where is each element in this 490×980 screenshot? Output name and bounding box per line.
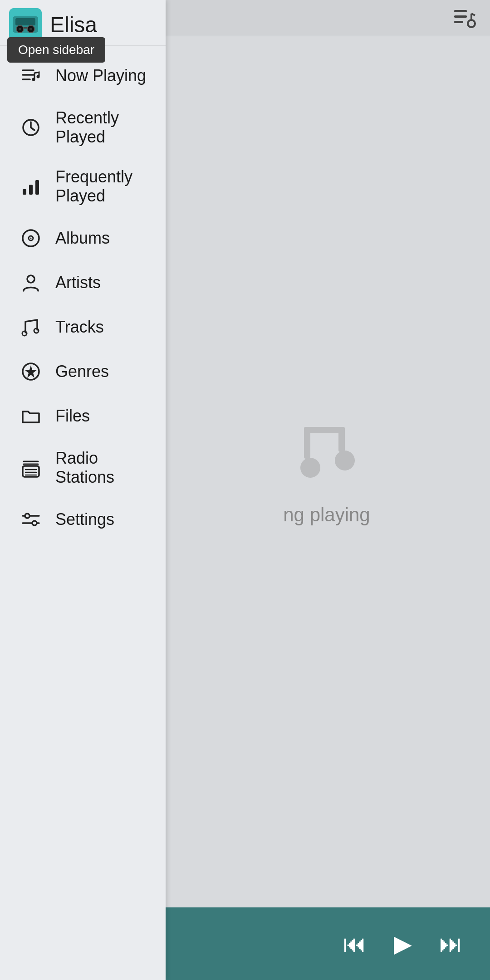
- app-title: Elisa: [50, 12, 97, 37]
- svg-point-43: [25, 514, 29, 518]
- sidebar-item-albums[interactable]: Albums: [5, 216, 160, 260]
- sidebar-item-frequently-played[interactable]: Frequently Played: [5, 157, 160, 216]
- app-logo: [9, 8, 42, 41]
- prev-button[interactable]: ⏮: [343, 932, 367, 956]
- sidebar-item-files[interactable]: Files: [5, 394, 160, 438]
- svg-point-10: [335, 451, 355, 470]
- recently-played-icon: [19, 116, 43, 139]
- sidebar-item-label-frequently-played: Frequently Played: [55, 167, 147, 206]
- svg-marker-35: [24, 365, 37, 378]
- svg-point-16: [19, 28, 21, 30]
- sidebar: Elisa Open sidebar Now Playing: [0, 0, 166, 980]
- frequently-played-icon: [19, 175, 43, 198]
- svg-rect-13: [15, 18, 35, 25]
- sidebar-item-label-artists: Artists: [55, 273, 101, 292]
- svg-point-30: [30, 238, 32, 239]
- svg-point-45: [32, 521, 37, 525]
- player-bar: ⏮ ▶ ⏭: [163, 907, 490, 980]
- svg-rect-2: [454, 21, 463, 23]
- sidebar-item-label-recently-played: Recently Played: [55, 108, 147, 147]
- svg-point-31: [27, 275, 34, 283]
- queue-list-icon[interactable]: [451, 5, 476, 30]
- svg-rect-18: [24, 27, 27, 29]
- sidebar-item-label-files: Files: [55, 407, 90, 426]
- play-button[interactable]: ▶: [394, 932, 412, 956]
- top-bar: [163, 0, 490, 36]
- svg-point-3: [468, 20, 475, 27]
- svg-point-32: [22, 331, 27, 336]
- svg-point-22: [32, 78, 35, 81]
- svg-rect-8: [338, 427, 345, 452]
- sidebar-item-settings[interactable]: Settings: [5, 498, 160, 541]
- svg-point-23: [37, 75, 40, 78]
- sidebar-item-radio-stations[interactable]: Radio Stations: [5, 439, 160, 497]
- svg-rect-27: [35, 180, 39, 195]
- sidebar-item-tracks[interactable]: Tracks: [5, 305, 160, 349]
- now-playing-area: ng playing: [163, 36, 490, 907]
- sidebar-header: Elisa Open sidebar: [0, 0, 166, 46]
- sidebar-item-label-settings: Settings: [55, 510, 114, 529]
- open-sidebar-tooltip: Open sidebar: [7, 37, 105, 63]
- svg-point-33: [34, 328, 39, 333]
- svg-point-9: [300, 458, 320, 478]
- music-note-icon: [290, 418, 363, 490]
- now-playing-icon: [19, 64, 43, 88]
- sidebar-item-label-albums: Albums: [55, 229, 110, 248]
- sidebar-item-artists[interactable]: Artists: [5, 261, 160, 304]
- svg-rect-7: [304, 427, 310, 459]
- svg-rect-26: [29, 185, 33, 195]
- sidebar-item-label-radio-stations: Radio Stations: [55, 449, 147, 487]
- files-icon: [19, 404, 43, 428]
- artists-icon: [19, 271, 43, 294]
- tracks-icon: [19, 315, 43, 339]
- albums-icon: [19, 226, 43, 250]
- sidebar-item-recently-played[interactable]: Recently Played: [5, 98, 160, 157]
- svg-rect-1: [454, 15, 467, 18]
- svg-rect-25: [23, 189, 26, 195]
- nothing-playing-text: ng playing: [283, 504, 370, 526]
- sidebar-item-label-tracks: Tracks: [55, 318, 104, 337]
- sidebar-item-label-now-playing: Now Playing: [55, 66, 146, 85]
- genres-icon: [19, 360, 43, 383]
- sidebar-item-genres[interactable]: Genres: [5, 350, 160, 393]
- radio-stations-icon: [19, 456, 43, 480]
- next-button[interactable]: ⏭: [439, 932, 463, 956]
- settings-icon: [19, 508, 43, 531]
- nav-list: Now Playing Recently Played Frequentl: [0, 46, 166, 980]
- svg-rect-0: [454, 10, 467, 12]
- sidebar-item-label-genres: Genres: [55, 362, 109, 381]
- svg-point-17: [29, 28, 32, 30]
